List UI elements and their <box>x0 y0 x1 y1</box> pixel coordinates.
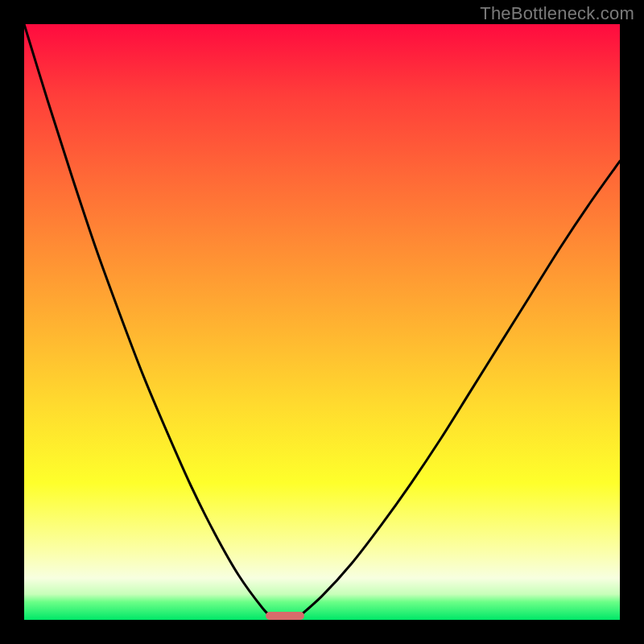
right-branch-curve <box>295 161 620 620</box>
left-branch-curve <box>24 24 275 620</box>
curve-svg <box>24 24 620 620</box>
plot-area <box>24 24 620 620</box>
optimum-marker <box>266 612 304 620</box>
chart-frame: TheBottleneck.com <box>0 0 644 644</box>
watermark-text: TheBottleneck.com <box>480 3 634 24</box>
